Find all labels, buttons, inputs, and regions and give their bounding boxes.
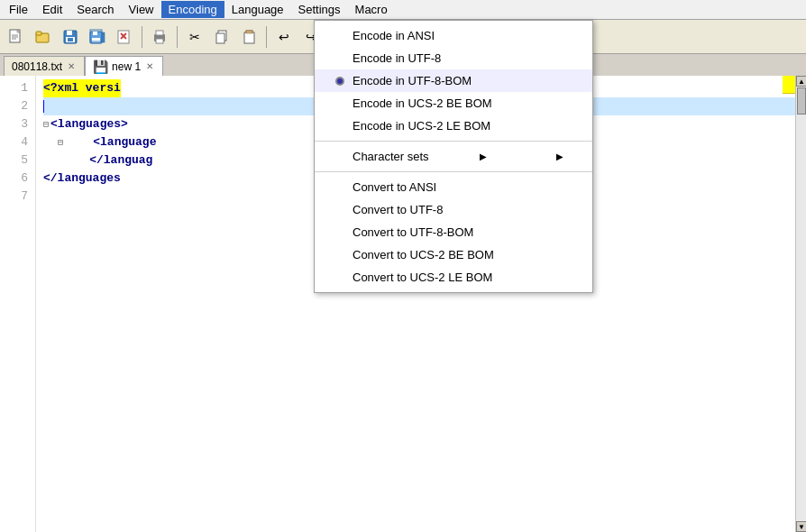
encode-ansi-item[interactable]: Encode in ANSI [315, 24, 592, 47]
convert-utf8-label: Convert to UTF-8 [353, 203, 443, 216]
convert-utf8-bom-item[interactable]: Convert to UTF-8-BOM [315, 221, 592, 243]
menu-file[interactable]: File [2, 1, 35, 18]
svg-rect-26 [246, 31, 252, 33]
separator-enc-2 [315, 171, 592, 172]
close-button[interactable] [112, 24, 137, 50]
separator-2 [177, 26, 178, 48]
tab-080118-close[interactable]: ✕ [66, 61, 77, 71]
save-indicator-icon: 💾 [93, 60, 108, 74]
svg-rect-6 [36, 32, 41, 35]
cursor [43, 100, 44, 113]
svg-rect-20 [156, 31, 163, 35]
menu-edit[interactable]: Edit [35, 1, 69, 18]
separator-enc-1 [315, 141, 592, 142]
svg-rect-25 [244, 32, 254, 43]
submenu-arrow-icon: ▶ [480, 151, 487, 161]
tab-080118[interactable]: 080118.txt ✕ [4, 56, 85, 76]
save-button[interactable] [58, 24, 83, 50]
line3-content: <languages> [50, 115, 128, 133]
convert-ucs2-le-label: Convert to UCS-2 LE BOM [353, 271, 492, 284]
tree-minus-4: ⊟ [58, 133, 63, 151]
menu-search[interactable]: Search [69, 1, 121, 18]
encode-utf8-bom-item[interactable]: Encode in UTF-8-BOM [315, 69, 592, 92]
menu-bar: File Edit Search View Encoding Language … [0, 0, 806, 20]
convert-ansi-item[interactable]: Convert to ANSI [315, 176, 592, 198]
undo-button[interactable]: ↩ [271, 24, 297, 50]
separator-1 [142, 26, 142, 48]
encode-utf8-label: Encode in UTF-8 [353, 51, 441, 65]
paste-button[interactable] [236, 24, 261, 50]
convert-utf8-item[interactable]: Convert to UTF-8 [315, 198, 592, 221]
cut-button[interactable]: ✂ [182, 24, 207, 50]
scrollbar[interactable]: ▲ ▼ [795, 76, 806, 532]
tab-new1[interactable]: 💾 new 1 ✕ [85, 56, 163, 76]
copy-button[interactable] [209, 24, 234, 50]
scroll-thumb[interactable] [797, 87, 806, 115]
scroll-up-button[interactable]: ▲ [796, 76, 806, 87]
menu-language[interactable]: Language [224, 1, 291, 18]
encode-ucs2-be-item[interactable]: Encode in UCS-2 BE BOM [315, 92, 592, 115]
save-all-button[interactable] [85, 24, 110, 50]
separator-3 [266, 26, 267, 48]
encode-utf8-item[interactable]: Encode in UTF-8 [315, 47, 592, 69]
convert-utf8-bom-label: Convert to UTF-8-BOM [353, 225, 473, 239]
menu-macro[interactable]: Macro [348, 1, 395, 18]
encode-ansi-label: Encode in ANSI [353, 29, 435, 42]
tree-minus-3: ⊟ [43, 115, 49, 133]
convert-ucs2-be-label: Convert to UCS-2 BE BOM [353, 248, 494, 261]
tab-new1-label: new 1 [112, 60, 141, 73]
print-button[interactable] [147, 24, 172, 50]
new-button[interactable] [4, 24, 29, 50]
encode-utf8-bom-check [333, 77, 347, 86]
encode-ucs2-be-label: Encode in UCS-2 BE BOM [353, 96, 492, 110]
convert-ucs2-be-item[interactable]: Convert to UCS-2 BE BOM [315, 243, 592, 266]
yellow-scroll-indicator [783, 76, 795, 94]
encode-utf8-bom-label: Encode in UTF-8-BOM [353, 74, 472, 87]
character-sets-label: Character sets [353, 150, 429, 163]
tab-080118-label: 080118.txt [12, 60, 62, 73]
svg-rect-12 [93, 32, 97, 35]
scroll-track[interactable] [796, 87, 806, 521]
svg-rect-15 [102, 32, 105, 42]
encoding-dropdown: Encode in ANSI Encode in UTF-8 Encode in… [314, 20, 593, 293]
svg-rect-10 [68, 38, 73, 41]
tab-new1-close[interactable]: ✕ [144, 61, 155, 71]
menu-view[interactable]: View [122, 1, 161, 18]
character-sets-item[interactable]: Character sets ▶ [315, 145, 592, 168]
convert-ansi-label: Convert to ANSI [353, 180, 436, 194]
encode-ucs2-le-item[interactable]: Encode in UCS-2 LE BOM [315, 115, 592, 137]
line-numbers: 1 2 3 4 5 6 7 [0, 76, 36, 532]
line1-content: <?xml versi [43, 79, 121, 97]
open-button[interactable] [31, 24, 56, 50]
convert-ucs2-le-item[interactable]: Convert to UCS-2 LE BOM [315, 266, 592, 289]
svg-rect-23 [216, 33, 224, 43]
line4-content: <language [65, 133, 156, 151]
svg-rect-8 [67, 31, 72, 35]
menu-encoding[interactable]: Encoding [161, 1, 224, 18]
menu-settings[interactable]: Settings [291, 1, 348, 18]
scroll-down-button[interactable]: ▼ [796, 521, 806, 532]
line5-content: </languag [61, 151, 152, 170]
encode-ucs2-le-label: Encode in UCS-2 LE BOM [353, 119, 490, 133]
svg-rect-21 [156, 39, 163, 43]
line6-content: </languages [43, 170, 121, 188]
